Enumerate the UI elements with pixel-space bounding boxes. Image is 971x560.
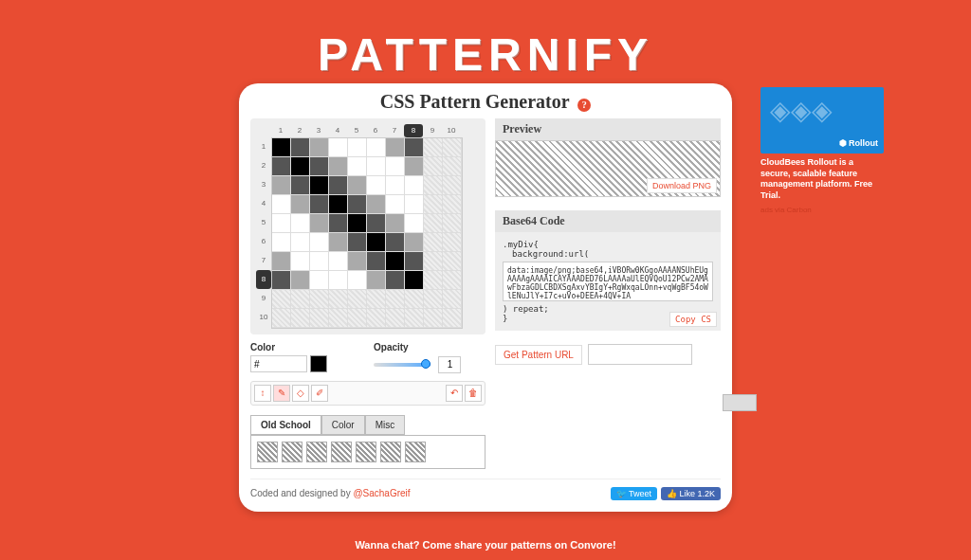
grid-cell[interactable] bbox=[367, 176, 386, 195]
ad-image[interactable]: ◈◈◈ ⬢ Rollout bbox=[760, 87, 884, 154]
col-num[interactable]: 1 bbox=[271, 124, 290, 137]
row-num[interactable]: 10 bbox=[256, 308, 271, 327]
opacity-slider[interactable] bbox=[374, 363, 431, 367]
tool-eyedropper-icon[interactable]: ✐ bbox=[311, 385, 328, 402]
grid-cell[interactable] bbox=[329, 176, 348, 195]
grid-cell[interactable] bbox=[329, 214, 348, 233]
grid-cell[interactable] bbox=[329, 233, 348, 252]
pattern-url-input[interactable] bbox=[588, 344, 692, 365]
grid-cell[interactable] bbox=[272, 157, 291, 176]
grid-cell[interactable] bbox=[348, 176, 367, 195]
grid-cell[interactable] bbox=[386, 214, 405, 233]
grid-cell[interactable] bbox=[367, 252, 386, 271]
grid-cell[interactable] bbox=[310, 214, 329, 233]
preset-pattern[interactable] bbox=[356, 442, 376, 462]
grid-cell[interactable] bbox=[405, 157, 424, 176]
grid-cell[interactable] bbox=[386, 138, 405, 157]
grid-cell[interactable] bbox=[329, 252, 348, 271]
row-num[interactable]: 1 bbox=[256, 137, 271, 156]
grid-cell[interactable] bbox=[367, 157, 386, 176]
grid-cell[interactable] bbox=[348, 271, 367, 290]
grid-cell[interactable] bbox=[367, 271, 386, 290]
grid-cell[interactable] bbox=[386, 176, 405, 195]
ad-via[interactable]: ads via Carbon bbox=[760, 206, 884, 214]
row-num[interactable]: 2 bbox=[256, 156, 271, 175]
grid-cell[interactable] bbox=[386, 195, 405, 214]
grid-cell[interactable] bbox=[405, 176, 424, 195]
row-num[interactable]: 3 bbox=[256, 175, 271, 194]
grid-cell[interactable] bbox=[291, 195, 310, 214]
preset-pattern[interactable] bbox=[331, 442, 352, 462]
grid-cell[interactable] bbox=[367, 195, 386, 214]
ad-box[interactable]: ◈◈◈ ⬢ Rollout CloudBees Rollout is a sec… bbox=[760, 87, 884, 214]
get-pattern-url-button[interactable]: Get Pattern URL bbox=[495, 345, 582, 365]
row-num[interactable]: 6 bbox=[256, 232, 271, 251]
tool-pencil-icon[interactable]: ✎ bbox=[273, 385, 290, 402]
grid-cell[interactable] bbox=[348, 157, 367, 176]
grid-cell[interactable] bbox=[405, 214, 424, 233]
grid-cell[interactable] bbox=[272, 138, 291, 157]
opacity-input[interactable] bbox=[438, 356, 461, 373]
grid-cell[interactable] bbox=[348, 233, 367, 252]
grid-cell[interactable] bbox=[329, 271, 348, 290]
grid-cell[interactable] bbox=[310, 138, 329, 157]
grid-cell[interactable] bbox=[329, 157, 348, 176]
col-num[interactable]: 6 bbox=[366, 124, 385, 137]
col-num[interactable]: 4 bbox=[328, 124, 347, 137]
grid-cell[interactable] bbox=[291, 271, 310, 290]
like-button[interactable]: 👍 Like 1.2K bbox=[661, 487, 721, 500]
grid-cell[interactable] bbox=[310, 252, 329, 271]
tool-eraser-icon[interactable]: ◇ bbox=[292, 385, 309, 402]
grid-cell[interactable] bbox=[405, 138, 424, 157]
tool-move-icon[interactable]: ↕ bbox=[254, 385, 271, 402]
preset-pattern[interactable] bbox=[405, 442, 426, 462]
tweet-button[interactable]: 🐦 Tweet bbox=[611, 487, 657, 500]
grid-cell[interactable] bbox=[405, 233, 424, 252]
col-num[interactable]: 9 bbox=[423, 124, 442, 137]
grid-cell[interactable] bbox=[386, 271, 405, 290]
chat-line[interactable]: Wanna chat? Come share your patterns on … bbox=[0, 539, 971, 551]
row-num[interactable]: 4 bbox=[256, 194, 271, 213]
grid-cell[interactable] bbox=[291, 233, 310, 252]
grid-cell[interactable] bbox=[291, 176, 310, 195]
col-num[interactable]: 8 bbox=[404, 124, 423, 137]
grid-cell[interactable] bbox=[348, 195, 367, 214]
grid-cell[interactable] bbox=[272, 176, 291, 195]
grid-cell[interactable] bbox=[405, 271, 424, 290]
color-hex-input[interactable] bbox=[250, 355, 307, 372]
grid-cell[interactable] bbox=[329, 138, 348, 157]
grid-cell[interactable] bbox=[310, 271, 329, 290]
tool-trash-icon[interactable]: 🗑 bbox=[465, 385, 482, 402]
grid-cell[interactable] bbox=[310, 195, 329, 214]
grid-cell[interactable] bbox=[386, 233, 405, 252]
grid-cell[interactable] bbox=[291, 214, 310, 233]
code-textarea[interactable]: data:image/png;base64,iVBORw0KGgoAAAANSU… bbox=[503, 262, 713, 301]
grid-cell[interactable] bbox=[310, 233, 329, 252]
grid-cell[interactable] bbox=[310, 176, 329, 195]
grid-cell[interactable] bbox=[272, 195, 291, 214]
row-num[interactable]: 5 bbox=[256, 213, 271, 232]
preset-pattern[interactable] bbox=[282, 442, 302, 462]
grid-cell[interactable] bbox=[329, 195, 348, 214]
grid-cell[interactable] bbox=[348, 214, 367, 233]
grid-cell[interactable] bbox=[367, 138, 386, 157]
tab-old-school[interactable]: Old School bbox=[250, 415, 321, 435]
grid-cell[interactable] bbox=[348, 138, 367, 157]
grid-cell[interactable] bbox=[367, 214, 386, 233]
grid-cell[interactable] bbox=[348, 252, 367, 271]
col-num[interactable]: 3 bbox=[309, 124, 328, 137]
col-num[interactable]: 10 bbox=[442, 124, 461, 137]
grid-cell[interactable] bbox=[386, 157, 405, 176]
grid-cell[interactable] bbox=[291, 138, 310, 157]
slider-thumb[interactable] bbox=[421, 359, 431, 369]
tab-color[interactable]: Color bbox=[321, 415, 365, 435]
grid-cell[interactable] bbox=[272, 252, 291, 271]
pixel-grid[interactable] bbox=[271, 137, 463, 329]
grid-cell[interactable] bbox=[367, 233, 386, 252]
col-num[interactable]: 5 bbox=[347, 124, 366, 137]
col-num[interactable]: 7 bbox=[385, 124, 404, 137]
tool-undo-icon[interactable]: ↶ bbox=[446, 385, 463, 402]
preset-pattern[interactable] bbox=[380, 442, 401, 462]
grid-cell[interactable] bbox=[272, 214, 291, 233]
row-num[interactable]: 7 bbox=[256, 251, 271, 270]
